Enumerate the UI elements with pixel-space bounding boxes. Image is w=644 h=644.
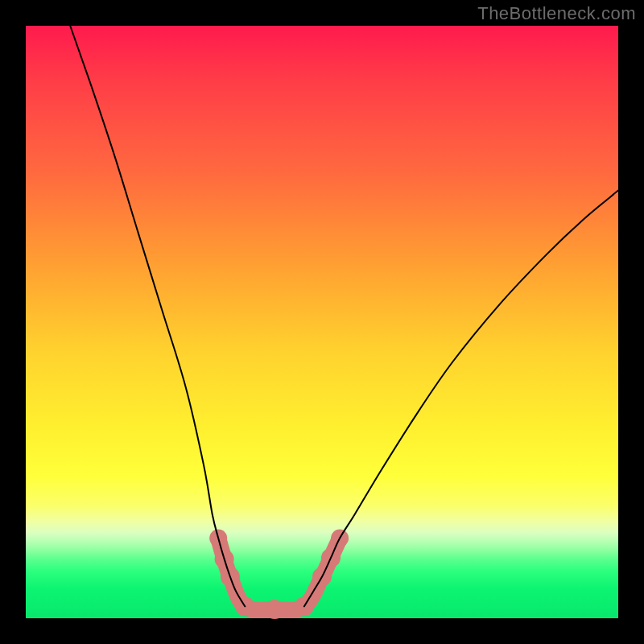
plot-area xyxy=(26,26,618,618)
left-curve xyxy=(70,26,245,606)
band-dot xyxy=(265,600,284,619)
chart-frame: TheBottleneck.com xyxy=(0,0,644,644)
right-curve xyxy=(304,191,618,607)
optimal-band xyxy=(209,530,349,619)
optimal-band-dots xyxy=(209,530,349,619)
curve-layer xyxy=(26,26,618,618)
watermark-text: TheBottleneck.com xyxy=(477,3,636,24)
